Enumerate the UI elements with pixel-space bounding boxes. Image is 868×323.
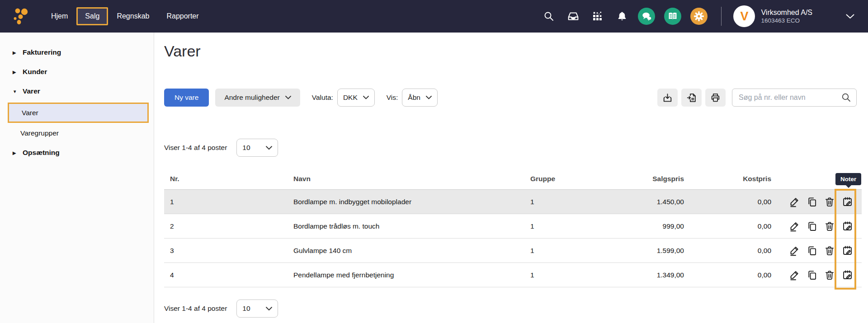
- export-file-icon: [686, 92, 697, 103]
- cell-salgspris: 1.349,00: [596, 271, 684, 279]
- items-table: Noter Nr. Navn Gruppe Salgspris Kostpris…: [164, 169, 862, 287]
- new-item-button[interactable]: Ny vare: [164, 89, 209, 107]
- nav-item-regnskab[interactable]: Regnskab: [108, 7, 158, 25]
- nav-item-salg[interactable]: Salg: [76, 7, 108, 25]
- trash-icon[interactable]: [823, 195, 836, 209]
- cell-navn: Bordlampe trådløs m. touch: [288, 222, 524, 230]
- nav-item-rapporter[interactable]: Rapporter: [158, 7, 207, 25]
- account-chevron-down-icon[interactable]: [846, 14, 854, 19]
- header-kostpris[interactable]: Kostpris: [684, 175, 771, 183]
- copy-icon[interactable]: [805, 244, 819, 257]
- gear-icon[interactable]: [690, 8, 708, 25]
- top-navbar: Hjem Salg Regnskab Rapporter: [0, 0, 868, 33]
- sidebar-item-varer[interactable]: ▼ Varer: [0, 83, 154, 99]
- page-size-select[interactable]: 10: [236, 300, 278, 318]
- page-title: Varer: [164, 42, 862, 60]
- inbox-icon[interactable]: [566, 9, 580, 23]
- view-select[interactable]: Åbn: [402, 89, 438, 107]
- pagination-bottom: Viser 1-4 af 4 poster 10: [164, 300, 862, 318]
- company-id: 1603463 ECO: [761, 17, 812, 25]
- cell-gruppe: 1: [524, 198, 596, 206]
- cell-kostpris: 0,00: [684, 247, 771, 255]
- table-header-row: Nr. Navn Gruppe Salgspris Kostpris: [164, 169, 862, 190]
- sidebar-item-label: Opsætning: [23, 149, 60, 157]
- copy-icon[interactable]: [805, 268, 819, 282]
- cell-gruppe: 1: [524, 271, 596, 279]
- trash-icon[interactable]: [823, 220, 836, 233]
- trash-icon[interactable]: [823, 244, 836, 257]
- page-size-value: 10: [242, 144, 250, 152]
- header-nr[interactable]: Nr.: [164, 175, 288, 183]
- cell-gruppe: 1: [524, 222, 596, 230]
- notes-icon[interactable]: [840, 220, 854, 233]
- table-row[interactable]: 1 Bordlampe m. indbygget mobiloplader 1 …: [164, 190, 862, 214]
- pagination-top: Viser 1-4 af 4 poster 10: [164, 139, 862, 157]
- sidebar-subitem-varer[interactable]: Varer: [8, 103, 149, 123]
- header-gruppe[interactable]: Gruppe: [524, 175, 596, 183]
- chevron-right-icon: ▶: [13, 50, 19, 55]
- table-row[interactable]: 3 Gulvlampe 140 cm 1 1.599,00 0,00: [164, 239, 862, 263]
- chevron-down-icon: ▼: [13, 89, 19, 94]
- page-size-select[interactable]: 10: [236, 139, 278, 157]
- table-row[interactable]: 2 Bordlampe trådløs m. touch 1 999,00 0,…: [164, 214, 862, 239]
- row-actions: [771, 195, 862, 209]
- company-info[interactable]: Virksomhed A/S 1603463 ECO: [761, 8, 812, 25]
- row-actions: [771, 268, 862, 282]
- chat-icon[interactable]: [638, 8, 655, 25]
- search-icon[interactable]: [841, 92, 852, 103]
- chevron-right-icon: ▶: [13, 150, 19, 155]
- main-content: Varer Ny vare Andre muligheder Valuta: D…: [155, 33, 868, 323]
- sidebar-item-opsaetning[interactable]: ▶ Opsætning: [0, 145, 154, 161]
- row-actions: [771, 244, 862, 257]
- view-label: Vis:: [387, 94, 398, 102]
- company-avatar[interactable]: V: [733, 5, 755, 27]
- app-logo-icon[interactable]: [12, 6, 30, 26]
- sidebar: ▶ Fakturering ▶ Kunder ▼ Varer Varer Var…: [0, 33, 154, 323]
- sidebar-item-kunder[interactable]: ▶ Kunder: [0, 64, 154, 80]
- cell-nr: 1: [164, 198, 288, 206]
- sidebar-subitem-label: Varegrupper: [20, 129, 59, 137]
- cell-kostpris: 0,00: [684, 271, 771, 279]
- notes-tooltip-label: Noter: [840, 176, 856, 183]
- copy-icon[interactable]: [805, 220, 819, 233]
- more-options-dropdown[interactable]: Andre muligheder: [215, 89, 300, 107]
- sidebar-item-label: Varer: [23, 87, 40, 95]
- currency-select[interactable]: DKK: [337, 89, 375, 107]
- chevron-down-icon: [266, 146, 272, 150]
- sidebar-item-fakturering[interactable]: ▶ Fakturering: [0, 44, 154, 61]
- navbar-right-group: V Virksomhed A/S 1603463 ECO: [531, 5, 854, 27]
- trash-icon[interactable]: [823, 268, 836, 282]
- nav-item-hjem[interactable]: Hjem: [42, 7, 76, 25]
- bell-icon[interactable]: [615, 9, 629, 23]
- header-salgspris[interactable]: Salgspris: [596, 175, 684, 183]
- print-icon: [710, 92, 721, 103]
- cell-nr: 4: [164, 271, 288, 279]
- sidebar-item-label: Kunder: [23, 68, 47, 76]
- notes-icon[interactable]: [840, 195, 854, 209]
- company-name: Virksomhed A/S: [761, 8, 812, 17]
- edit-pencil-icon[interactable]: [788, 195, 801, 209]
- edit-pencil-icon[interactable]: [788, 220, 801, 233]
- edit-pencil-icon[interactable]: [788, 268, 801, 282]
- pagination-summary: Viser 1-4 af 4 poster: [164, 144, 227, 152]
- sidebar-subitem-varegrupper[interactable]: Varegrupper: [0, 124, 154, 142]
- table-row[interactable]: 4 Pendellampe med fjernbetjening 1 1.349…: [164, 263, 862, 287]
- row-actions: [771, 220, 862, 233]
- search-icon[interactable]: [542, 9, 556, 23]
- notes-icon[interactable]: [840, 244, 854, 257]
- print-button[interactable]: [705, 89, 726, 107]
- edit-pencil-icon[interactable]: [788, 244, 801, 257]
- notes-icon[interactable]: [840, 268, 854, 282]
- apps-grid-icon[interactable]: [591, 9, 604, 23]
- book-icon[interactable]: [664, 8, 681, 25]
- export-file-button[interactable]: [681, 89, 702, 107]
- download-button[interactable]: [657, 89, 678, 107]
- navbar-divider: [721, 7, 722, 26]
- download-icon: [662, 92, 673, 103]
- cell-kostpris: 0,00: [684, 222, 771, 230]
- pagination-summary: Viser 1-4 af 4 poster: [164, 304, 227, 313]
- header-navn[interactable]: Navn: [288, 175, 524, 183]
- search-input[interactable]: [739, 94, 841, 102]
- main-menu: Hjem Salg Regnskab Rapporter: [42, 0, 208, 33]
- copy-icon[interactable]: [805, 195, 819, 209]
